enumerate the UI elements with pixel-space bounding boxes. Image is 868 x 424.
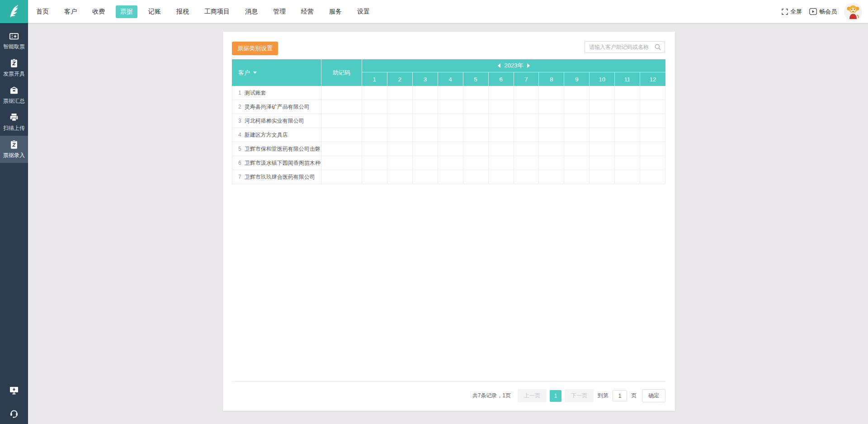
nav-item-经营[interactable]: 经营 bbox=[297, 5, 318, 18]
month-cell[interactable] bbox=[564, 114, 590, 128]
month-cell[interactable] bbox=[564, 86, 590, 100]
month-cell[interactable] bbox=[387, 86, 413, 100]
month-cell[interactable] bbox=[615, 128, 640, 142]
month-cell[interactable] bbox=[564, 170, 590, 184]
month-cell[interactable] bbox=[615, 142, 640, 156]
table-row[interactable]: 2灵寿县尚泽矿产品有限公司 bbox=[232, 100, 665, 114]
month-cell[interactable] bbox=[640, 170, 665, 184]
nav-item-报税[interactable]: 报税 bbox=[172, 5, 193, 18]
month-cell[interactable] bbox=[362, 170, 387, 184]
goto-page-input[interactable] bbox=[613, 390, 627, 401]
month-cell[interactable] bbox=[387, 142, 413, 156]
nav-item-记账[interactable]: 记账 bbox=[144, 5, 165, 18]
month-cell[interactable] bbox=[640, 128, 665, 142]
month-cell[interactable] bbox=[362, 100, 387, 114]
table-row[interactable]: 1测试账套 bbox=[232, 86, 665, 100]
previous-year-arrow-icon[interactable] bbox=[498, 63, 500, 68]
month-cell[interactable] bbox=[564, 128, 590, 142]
table-row[interactable]: 5卫辉市保和堂医药有限公司击磐... bbox=[232, 142, 665, 156]
fullscreen-button[interactable]: 全屏 bbox=[782, 8, 802, 16]
month-cell[interactable] bbox=[590, 86, 615, 100]
month-cell[interactable] bbox=[463, 114, 489, 128]
nav-item-管理[interactable]: 管理 bbox=[269, 5, 290, 18]
prev-page-button[interactable]: 上一页 bbox=[518, 389, 547, 402]
month-cell[interactable] bbox=[539, 170, 564, 184]
nav-item-首页[interactable]: 首页 bbox=[32, 5, 53, 18]
mnemonic-cell[interactable] bbox=[321, 170, 362, 184]
month-cell[interactable] bbox=[564, 156, 590, 170]
month-cell[interactable] bbox=[640, 114, 665, 128]
month-cell[interactable] bbox=[413, 156, 438, 170]
month-cell[interactable] bbox=[362, 114, 387, 128]
sidebar-item-智能取票[interactable]: 智能取票 bbox=[0, 27, 28, 54]
month-cell[interactable] bbox=[463, 156, 489, 170]
month-cell[interactable] bbox=[514, 156, 539, 170]
member-button[interactable]: 畅会员 bbox=[809, 8, 837, 16]
month-cell[interactable] bbox=[640, 100, 665, 114]
month-cell[interactable] bbox=[413, 114, 438, 128]
month-cell[interactable] bbox=[590, 100, 615, 114]
month-cell[interactable] bbox=[362, 86, 387, 100]
month-cell[interactable] bbox=[387, 156, 413, 170]
current-page-button[interactable]: 1 bbox=[550, 390, 561, 402]
customer-cell[interactable]: 6卫辉市汲水镇下园闻香阁苗木种... bbox=[232, 156, 321, 170]
month-cell[interactable] bbox=[413, 100, 438, 114]
month-cell[interactable] bbox=[615, 100, 640, 114]
month-cell[interactable] bbox=[590, 156, 615, 170]
month-cell[interactable] bbox=[640, 156, 665, 170]
month-cell[interactable] bbox=[489, 100, 514, 114]
month-cell[interactable] bbox=[564, 142, 590, 156]
month-cell[interactable] bbox=[463, 142, 489, 156]
month-cell[interactable] bbox=[514, 100, 539, 114]
month-cell[interactable] bbox=[539, 156, 564, 170]
month-cell[interactable] bbox=[539, 114, 564, 128]
month-cell[interactable] bbox=[438, 142, 463, 156]
mnemonic-cell[interactable] bbox=[321, 100, 362, 114]
search-input[interactable] bbox=[585, 44, 654, 50]
customer-cell[interactable]: 2灵寿县尚泽矿产品有限公司 bbox=[232, 100, 321, 114]
month-cell[interactable] bbox=[362, 156, 387, 170]
month-cell[interactable] bbox=[413, 170, 438, 184]
nav-item-消息[interactable]: 消息 bbox=[241, 5, 262, 18]
month-cell[interactable] bbox=[463, 100, 489, 114]
confirm-page-button[interactable]: 确定 bbox=[642, 389, 665, 402]
table-row[interactable]: 4新建区方方文具店 bbox=[232, 128, 665, 142]
mnemonic-cell[interactable] bbox=[321, 156, 362, 170]
month-cell[interactable] bbox=[413, 128, 438, 142]
customer-cell[interactable]: 5卫辉市保和堂医药有限公司击磐... bbox=[232, 142, 321, 156]
month-cell[interactable] bbox=[640, 86, 665, 100]
month-cell[interactable] bbox=[463, 128, 489, 142]
month-cell[interactable] bbox=[438, 86, 463, 100]
month-cell[interactable] bbox=[438, 114, 463, 128]
month-cell[interactable] bbox=[438, 170, 463, 184]
month-cell[interactable] bbox=[489, 114, 514, 128]
nav-item-设置[interactable]: 设置 bbox=[353, 5, 374, 18]
nav-item-票据[interactable]: 票据 bbox=[116, 5, 137, 18]
month-cell[interactable] bbox=[564, 100, 590, 114]
month-cell[interactable] bbox=[539, 128, 564, 142]
month-cell[interactable] bbox=[615, 114, 640, 128]
month-cell[interactable] bbox=[615, 156, 640, 170]
nav-item-工商项目[interactable]: 工商项目 bbox=[200, 5, 234, 18]
month-cell[interactable] bbox=[514, 114, 539, 128]
table-row[interactable]: 6卫辉市汲水镇下园闻香阁苗木种... bbox=[232, 156, 665, 170]
month-cell[interactable] bbox=[438, 156, 463, 170]
month-cell[interactable] bbox=[489, 128, 514, 142]
customer-cell[interactable]: 7卫辉市玖玖肆合医药有限公司 bbox=[232, 170, 321, 184]
month-cell[interactable] bbox=[387, 100, 413, 114]
month-cell[interactable] bbox=[514, 128, 539, 142]
month-cell[interactable] bbox=[387, 128, 413, 142]
customer-cell[interactable]: 3河北柯搭桦实业有限公司 bbox=[232, 114, 321, 128]
month-cell[interactable] bbox=[539, 100, 564, 114]
month-cell[interactable] bbox=[590, 142, 615, 156]
month-cell[interactable] bbox=[514, 142, 539, 156]
client-download-icon[interactable] bbox=[9, 385, 19, 396]
month-cell[interactable] bbox=[463, 86, 489, 100]
nav-item-客户[interactable]: 客户 bbox=[60, 5, 81, 18]
next-page-button[interactable]: 下一页 bbox=[565, 389, 594, 402]
sidebar-item-扫描上传[interactable]: 扫描上传 bbox=[0, 109, 28, 136]
next-year-arrow-icon[interactable] bbox=[527, 63, 530, 68]
customer-column-header[interactable]: 客户 bbox=[232, 59, 321, 86]
month-cell[interactable] bbox=[387, 114, 413, 128]
month-cell[interactable] bbox=[615, 86, 640, 100]
